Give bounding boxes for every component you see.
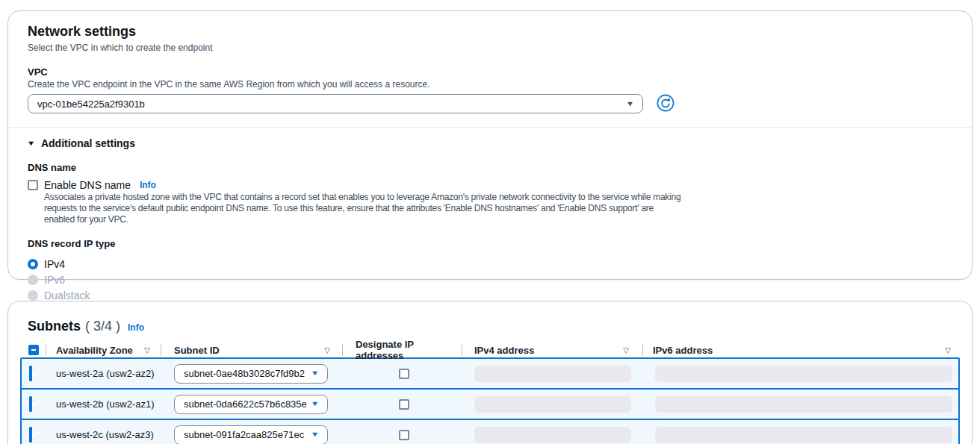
ipv6-address-cell — [645, 396, 958, 413]
sort-icon: ▽ — [144, 346, 150, 354]
subnet-id-select[interactable]: subnet-0da6622c57b6c835e ▼ — [174, 395, 328, 414]
vpc-label: VPC — [28, 66, 952, 78]
select-all-checkbox[interactable] — [28, 345, 39, 355]
designate-ip-cell — [344, 430, 464, 440]
table-row: us-west-2c (usw2-az3) subnet-091fa2caa82… — [20, 419, 960, 444]
ipv4-address-input-disabled — [474, 366, 631, 382]
ipv6-address-cell — [645, 427, 958, 443]
designate-ip-cell — [344, 399, 464, 410]
table-row: us-west-2b (usw2-az1) subnet-0da6622c57b… — [20, 388, 960, 420]
subnets-title: Subnets — [28, 313, 81, 335]
enable-dns-name-checkbox[interactable] — [28, 180, 38, 190]
ipv6-address-input-disabled — [655, 396, 952, 413]
additional-settings-toggle[interactable]: ▼ Additional settings — [28, 137, 177, 149]
table-row: us-west-2a (usw2-az2) subnet-0ae48b3028c… — [20, 357, 960, 390]
availability-zone-cell: us-west-2b (usw2-az1) — [47, 398, 163, 410]
refresh-icon — [657, 94, 674, 114]
dns-name-info-link[interactable]: Info — [140, 180, 156, 190]
column-header-designate-ip: Designate IP addresses — [343, 339, 462, 361]
subnet-id-select[interactable]: subnet-0ae48b3028c7fd9b2 ▼ — [174, 364, 328, 384]
subnet-id-value: subnet-0ae48b3028c7fd9b2 — [184, 368, 305, 379]
caret-down-icon: ▼ — [626, 101, 635, 107]
row-select-cell — [22, 398, 47, 411]
subnet-id-value: subnet-091fa2caa825e71ec — [184, 429, 304, 440]
ipv4-address-input-disabled — [474, 427, 631, 443]
subnets-panel: Subnets ( 3/4 ) Info Availability Zone ▽… — [7, 301, 973, 444]
subnet-id-cell: subnet-091fa2caa825e71ec ▼ — [163, 425, 344, 444]
subnets-info-link[interactable]: Info — [128, 322, 144, 333]
table-header-row: Availability Zone ▽ Subnet ID ▽ Designat… — [20, 343, 960, 357]
sort-icon: ▽ — [324, 346, 330, 354]
caret-down-icon: ▼ — [311, 370, 320, 377]
caret-down-icon: ▼ — [27, 140, 36, 147]
vpc-select-row: vpc-01be54225a2f9301b ▼ — [28, 94, 952, 113]
ipv4-address-cell — [464, 396, 645, 413]
section-divider — [8, 127, 972, 128]
ipv6-address-input-disabled — [655, 427, 952, 443]
radio-dualstack — [28, 290, 38, 301]
designate-ip-checkbox[interactable] — [399, 369, 409, 379]
radio-ipv6-label: IPv6 — [44, 274, 65, 286]
network-settings-panel: Network settings Select the VPC in which… — [7, 10, 973, 280]
subnets-count: ( 3/4 ) — [85, 319, 120, 334]
subnet-id-value: subnet-0da6622c57b6c835e — [184, 398, 307, 410]
vpc-description: Create the VPC endpoint in the VPC in th… — [28, 79, 952, 90]
column-header-ipv4-address[interactable]: IPv4 address ▽ — [462, 345, 642, 356]
ipv6-address-cell — [645, 366, 958, 382]
subnet-id-cell: subnet-0ae48b3028c7fd9b2 ▼ — [163, 364, 344, 384]
subnets-title-row: Subnets ( 3/4 ) Info — [20, 308, 960, 335]
panel-description: Select the VPC in which to create the en… — [28, 42, 952, 54]
page-title: Network settings — [28, 18, 952, 40]
caret-down-icon: ▼ — [311, 401, 320, 407]
dns-name-description: Associates a private hosted zone with th… — [44, 192, 685, 225]
column-header-subnet-id[interactable]: Subnet ID ▽ — [161, 345, 342, 356]
refresh-button[interactable] — [657, 95, 674, 113]
sort-icon: ▽ — [623, 346, 629, 354]
enable-dns-name-label: Enable DNS name — [44, 179, 131, 191]
select-all-cell — [20, 345, 46, 355]
column-header-ipv6-address[interactable]: IPv6 address ▽ — [643, 345, 960, 356]
subnet-id-select[interactable]: subnet-091fa2caa825e71ec ▼ — [174, 425, 328, 444]
dns-record-ip-type-label: DNS record IP type — [28, 238, 952, 250]
radio-ipv4-label: IPv4 — [44, 258, 65, 270]
ipv4-address-cell — [464, 427, 645, 443]
row-select-cell — [22, 367, 47, 381]
subnet-id-cell: subnet-0da6622c57b6c835e ▼ — [163, 395, 344, 414]
vpc-select-value: vpc-01be54225a2f9301b — [37, 99, 145, 110]
dns-name-label: DNS name — [28, 162, 952, 174]
ipv4-address-input-disabled — [474, 396, 631, 413]
radio-row-ipv6: IPv6 — [28, 272, 952, 287]
additional-settings-label: Additional settings — [41, 137, 135, 149]
designate-ip-checkbox[interactable] — [399, 430, 409, 440]
column-header-availability-zone[interactable]: Availability Zone ▽ — [46, 345, 161, 356]
vpc-select[interactable]: vpc-01be54225a2f9301b ▼ — [28, 94, 643, 113]
availability-zone-cell: us-west-2a (usw2-az2) — [47, 368, 163, 379]
caret-down-icon: ▼ — [311, 431, 320, 438]
radio-ipv4[interactable] — [28, 259, 38, 269]
row-checkbox[interactable] — [29, 427, 32, 443]
designate-ip-checkbox[interactable] — [399, 399, 409, 410]
row-checkbox[interactable] — [29, 396, 32, 412]
availability-zone-cell: us-west-2c (usw2-az3) — [47, 429, 163, 440]
sort-icon: ▽ — [945, 346, 951, 354]
row-select-cell — [22, 428, 47, 442]
radio-ipv6 — [28, 275, 38, 285]
radio-dualstack-label: Dualstack — [44, 290, 90, 301]
ipv4-address-cell — [464, 366, 645, 382]
radio-row-ipv4: IPv4 — [28, 256, 952, 272]
row-checkbox[interactable] — [29, 366, 32, 381]
designate-ip-cell — [344, 369, 464, 379]
ipv6-address-input-disabled — [655, 366, 952, 382]
enable-dns-name-row: Enable DNS name Info — [28, 179, 952, 191]
